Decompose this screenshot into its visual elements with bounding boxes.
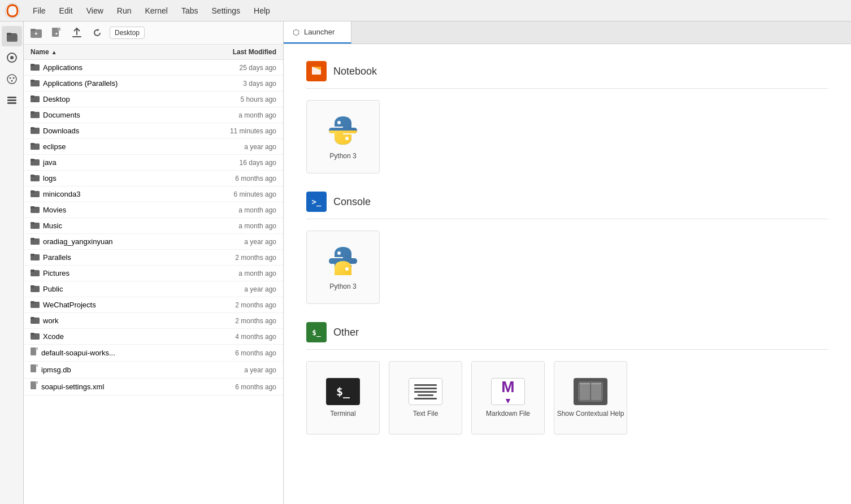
col-modified-header[interactable]: Last Modified (197, 48, 276, 56)
refresh-btn[interactable] (89, 25, 105, 41)
launcher-tab-icon: ⬡ (293, 28, 299, 37)
menu-kernel[interactable]: Kernel (139, 4, 173, 18)
table-row[interactable]: Desktop5 hours ago (24, 92, 283, 107)
table-row[interactable]: Musica month ago (24, 218, 283, 234)
folder-icon (31, 237, 40, 246)
terminal-label: Terminal (330, 410, 355, 418)
file-name-text: Movies (43, 206, 66, 214)
contextual-help-icon (574, 378, 607, 405)
svg-rect-56 (31, 347, 36, 355)
svg-rect-49 (31, 285, 34, 288)
folder-icon (31, 253, 40, 262)
svg-rect-33 (31, 159, 34, 161)
table-row[interactable]: Parallels2 months ago (24, 250, 283, 266)
table-row[interactable]: Picturesa month ago (24, 266, 283, 281)
file-name-text: Xcode (43, 332, 64, 341)
svg-rect-39 (31, 206, 34, 208)
svg-point-7 (9, 77, 11, 79)
folder-icon (31, 221, 40, 231)
sidebar-layout-btn[interactable] (2, 90, 22, 111)
svg-rect-37 (31, 190, 34, 193)
markdown-m-icon: M (501, 378, 514, 396)
file-modified-text: a year ago (197, 238, 276, 246)
svg-rect-17 (58, 28, 60, 31)
other-section: $_ Other $_ Terminal (306, 322, 828, 435)
folder-icon (31, 110, 40, 120)
svg-rect-43 (31, 238, 34, 240)
file-modified-text: a year ago (197, 285, 276, 293)
menu-edit[interactable]: Edit (54, 4, 79, 18)
table-row[interactable]: oradiag_yangxinyuana year ago (24, 234, 283, 250)
table-row[interactable]: Documentsa month ago (24, 107, 283, 123)
menu-view[interactable]: View (81, 4, 109, 18)
table-row[interactable]: Moviesa month ago (24, 202, 283, 218)
table-row[interactable]: logs6 months ago (24, 171, 283, 186)
table-row[interactable]: Xcode4 months ago (24, 329, 283, 345)
svg-rect-19 (72, 36, 81, 37)
folder-icon (31, 158, 40, 167)
svg-point-8 (12, 77, 14, 79)
other-section-header: $_ Other (306, 322, 828, 350)
svg-rect-11 (7, 99, 16, 101)
launcher-tab[interactable]: ⬡ Launcher (284, 21, 351, 44)
file-modified-text: 6 months ago (197, 383, 276, 391)
table-row[interactable]: ipmsg.dba year ago (24, 362, 283, 379)
sidebar-folder-btn[interactable] (2, 26, 22, 46)
table-row[interactable]: miniconda36 minutes ago (24, 186, 283, 202)
sidebar-palette-btn[interactable] (2, 69, 22, 89)
contextual-help-card[interactable]: Show Contextual Help (554, 361, 627, 435)
svg-rect-21 (31, 64, 34, 66)
svg-text:+: + (34, 31, 38, 37)
file-name-text: java (43, 158, 57, 167)
table-row[interactable]: eclipsea year ago (24, 139, 283, 155)
folder-icon (31, 79, 40, 88)
menu-file[interactable]: File (27, 4, 51, 18)
table-row[interactable]: Applications (Parallels)3 days ago (24, 76, 283, 92)
table-row[interactable]: soapui-settings.xml6 months ago (24, 379, 283, 396)
table-row[interactable]: Publica year ago (24, 281, 283, 297)
table-header: Name ▲ Last Modified (24, 45, 283, 60)
table-row[interactable]: Applications25 days ago (24, 60, 283, 76)
table-row[interactable]: work2 months ago (24, 313, 283, 329)
upload-btn[interactable] (69, 25, 85, 41)
folder-icon (31, 284, 40, 294)
menu-tabs[interactable]: Tabs (176, 4, 204, 18)
folder-icon (31, 63, 40, 72)
terminal-card[interactable]: $_ Terminal (306, 361, 380, 435)
new-folder-btn[interactable]: + (28, 25, 44, 41)
table-row[interactable]: Downloads11 minutes ago (24, 123, 283, 139)
folder-icon (31, 126, 40, 136)
file-icon (31, 347, 38, 358)
menu-run[interactable]: Run (111, 4, 137, 18)
new-file-btn[interactable]: + (49, 25, 64, 41)
notebook-section-icon (306, 61, 327, 81)
python3-notebook-card[interactable]: Python 3 (306, 100, 380, 173)
file-name-text: Pictures (43, 269, 70, 277)
textfile-card[interactable]: Text File (389, 361, 462, 435)
table-row[interactable]: java16 days ago (24, 155, 283, 171)
file-modified-text: 16 days ago (197, 159, 276, 167)
sidebar-circle-btn[interactable] (2, 47, 22, 68)
file-modified-text: a month ago (197, 206, 276, 214)
breadcrumb[interactable]: Desktop (110, 27, 145, 39)
table-row[interactable]: default-soapui-works...6 months ago (24, 345, 283, 362)
col-name-header[interactable]: Name ▲ (31, 48, 197, 56)
svg-rect-25 (31, 95, 34, 98)
svg-rect-72 (591, 383, 601, 384)
file-name-text: Documents (43, 111, 80, 119)
svg-rect-45 (31, 254, 34, 256)
console-section-header: >_ Console (306, 192, 828, 219)
svg-rect-10 (7, 97, 16, 98)
file-name-text: eclipse (43, 142, 66, 151)
other-section-icon: $_ (306, 322, 327, 342)
file-name-text: miniconda3 (43, 190, 81, 198)
python3-console-card[interactable]: Python 3 (306, 231, 380, 304)
file-name-text: logs (43, 174, 57, 183)
menu-help[interactable]: Help (248, 4, 276, 18)
file-modified-text: 2 months ago (197, 317, 276, 325)
table-row[interactable]: WeChatProjects2 months ago (24, 297, 283, 313)
markdownfile-card[interactable]: M ▼ Markdown File (471, 361, 545, 435)
file-panel: + + (24, 21, 284, 504)
contextual-help-label: Show Contextual Help (557, 410, 624, 418)
menu-settings[interactable]: Settings (206, 4, 246, 18)
